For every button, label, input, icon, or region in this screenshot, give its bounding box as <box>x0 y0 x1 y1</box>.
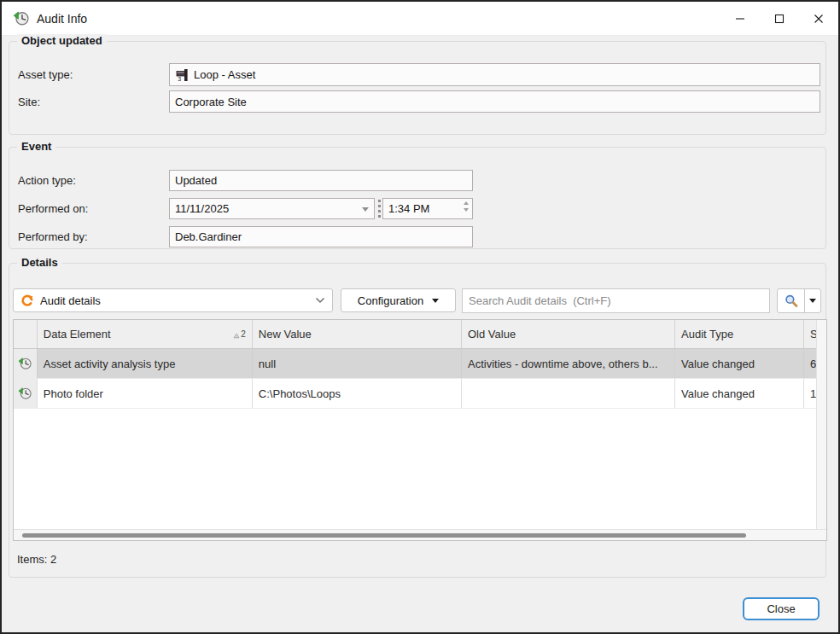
maximize-icon <box>774 14 785 24</box>
title-bar: Audit Info <box>2 2 838 36</box>
object-updated-title: Object updated <box>17 34 107 47</box>
asset-type-field[interactable]: 3 Loop - Asset <box>169 63 820 86</box>
action-type-label: Action type: <box>18 174 76 187</box>
table-row[interactable]: Asset activity analysis type null Activi… <box>14 349 816 379</box>
cell-old-value: Activities - downtime above, others b... <box>462 349 675 378</box>
scrollbar-thumb[interactable] <box>22 533 746 538</box>
event-group: Event Action type: Updated Performed on:… <box>9 147 826 249</box>
performed-on-date-value: 11/11/2025 <box>175 202 229 215</box>
search-input[interactable] <box>462 288 770 313</box>
grid-header-old-value[interactable]: Old Value <box>462 320 675 348</box>
sort-order: 2 <box>241 330 246 339</box>
cell-audit-type: Value changed <box>675 379 804 408</box>
minimize-icon <box>735 14 745 24</box>
audit-clock-icon <box>18 387 32 400</box>
performed-by-label: Performed by: <box>18 230 88 243</box>
time-spinner[interactable] <box>464 201 469 212</box>
grid-vertical-scrollbar[interactable] <box>816 320 826 529</box>
spin-down-icon[interactable] <box>464 208 469 212</box>
cell-old-value <box>462 379 675 408</box>
performed-by-value: Deb.Gardiner <box>175 230 242 243</box>
date-time-splitter <box>378 200 381 218</box>
cell-new-value: null <box>253 349 462 378</box>
event-title: Event <box>17 140 55 153</box>
audit-details-icon <box>20 294 34 307</box>
audit-clock-icon <box>18 357 32 370</box>
window-title: Audit Info <box>37 12 87 26</box>
action-type-field[interactable]: Updated <box>169 170 473 191</box>
close-window-button[interactable] <box>799 2 838 35</box>
sort-asc-icon <box>233 333 240 339</box>
cell-data-element: Asset activity analysis type <box>38 349 253 378</box>
svg-text:3: 3 <box>178 75 181 81</box>
grid-horizontal-scrollbar[interactable] <box>14 529 826 540</box>
view-selector-combo[interactable]: Audit details <box>13 288 333 312</box>
site-label: Site: <box>18 96 40 108</box>
details-group: Details Audit details Configuration <box>9 263 826 578</box>
performed-on-date-field[interactable]: 11/11/2025 <box>169 198 375 219</box>
row-indicator-cell <box>14 349 38 378</box>
audit-details-grid: Data Element 2 New Value Old Value Audit… <box>13 319 827 541</box>
loop-asset-icon: 3 <box>175 67 190 83</box>
search-icon <box>784 294 799 309</box>
row-indicator-cell <box>14 379 38 408</box>
search-dropdown-icon <box>809 299 816 303</box>
performed-on-time-field[interactable]: 1:34 PM <box>382 198 473 219</box>
cell-audit-type: Value changed <box>675 349 804 378</box>
configuration-button[interactable]: Configuration <box>341 288 456 312</box>
site-field[interactable]: Corporate Site <box>169 90 820 113</box>
object-updated-group: Object updated Asset type: 3 Loop - Asse… <box>9 41 826 135</box>
grid-header-audit-type[interactable]: Audit Type <box>675 320 804 348</box>
column-title: New Value <box>259 328 312 340</box>
audit-info-dialog: Audit Info Object updated Asset type: 3 … <box>0 0 840 634</box>
asset-type-label: Asset type: <box>18 68 73 81</box>
performed-on-time-value: 1:34 PM <box>388 202 429 215</box>
spin-up-icon[interactable] <box>464 201 469 205</box>
configuration-dropdown-icon <box>432 299 439 303</box>
details-title: Details <box>17 256 62 269</box>
minimize-button[interactable] <box>720 2 760 35</box>
cell-new-value: C:\Photos\Loops <box>253 379 462 408</box>
site-value: Corporate Site <box>175 96 247 108</box>
search-split-button <box>777 288 821 313</box>
close-button[interactable]: Close <box>743 597 820 620</box>
cell-s: 14 <box>804 379 816 408</box>
asset-type-value: Loop - Asset <box>194 68 255 81</box>
column-title: Data Element <box>44 328 111 340</box>
column-title: S <box>810 328 816 340</box>
maximize-button[interactable] <box>760 2 799 35</box>
close-icon <box>814 14 824 24</box>
grid-header-new-value[interactable]: New Value <box>253 320 462 348</box>
action-type-value: Updated <box>175 174 217 187</box>
date-dropdown-icon[interactable] <box>362 207 369 212</box>
chevron-down-icon <box>315 297 325 304</box>
configuration-label: Configuration <box>358 294 423 307</box>
grid-header-row: Data Element 2 New Value Old Value Audit… <box>14 320 816 349</box>
performed-by-field[interactable]: Deb.Gardiner <box>169 226 473 247</box>
cell-data-element: Photo folder <box>38 379 253 408</box>
grid-header-indicator <box>14 320 38 348</box>
search-options-dropdown[interactable] <box>804 289 820 312</box>
table-row[interactable]: Photo folder C:\Photos\Loops Value chang… <box>14 379 816 409</box>
view-selector-value: Audit details <box>40 294 101 307</box>
sort-indicator: 2 <box>233 330 246 339</box>
grid-header-s[interactable]: S <box>804 320 816 348</box>
cell-s: 66 <box>804 349 816 378</box>
grid-header-data-element[interactable]: Data Element 2 <box>38 320 253 348</box>
audit-clock-icon <box>13 10 29 26</box>
items-count: Items: 2 <box>17 553 56 566</box>
column-title: Audit Type <box>681 328 733 340</box>
window-controls <box>720 2 838 35</box>
search-button[interactable] <box>778 289 804 312</box>
column-title: Old Value <box>468 328 516 340</box>
performed-on-label: Performed on: <box>18 202 88 215</box>
